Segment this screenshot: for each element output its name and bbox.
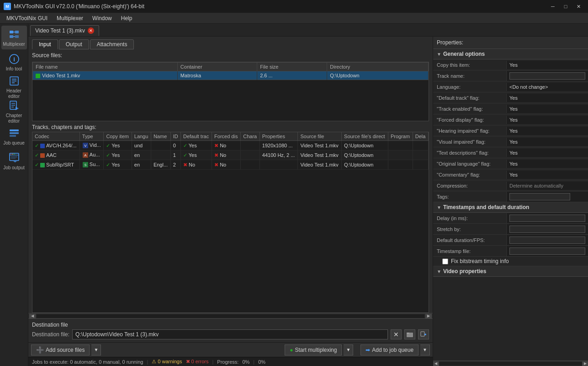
tab-attachments[interactable]: Attachments — [90, 39, 134, 49]
prop-hscroll-track[interactable] — [439, 362, 582, 366]
video-properties-arrow: ▼ — [437, 269, 441, 274]
close-button[interactable]: ✕ — [572, 2, 584, 11]
destination-section: Destination file Destination file: ✕ — [28, 318, 433, 342]
add-to-job-queue-button[interactable]: ➡ Add to job queue — [360, 344, 418, 355]
track-delay — [413, 141, 428, 151]
destination-input[interactable] — [72, 329, 388, 339]
menu-multiplexer[interactable]: Multiplexer — [52, 14, 88, 22]
general-options-header[interactable]: ▼ General options — [433, 49, 588, 59]
scroll-left-arrow[interactable]: ◀ — [29, 314, 36, 318]
track-forced: ✖ No — [212, 151, 241, 160]
track-source: Video Test 1.mkv — [298, 141, 342, 151]
destination-folder-button[interactable] — [404, 329, 415, 339]
track-name: Engl... — [151, 160, 170, 170]
col-copy: Copy item — [104, 132, 132, 141]
prop-forced-display-value: Yes — [506, 116, 588, 124]
svg-rect-35 — [407, 333, 409, 334]
properties-horizontal-scrollbar[interactable]: ◀ ▶ — [433, 361, 588, 366]
file-icon-green — [36, 74, 40, 78]
track-forced: ✖ No — [212, 141, 241, 151]
track-lang: en — [132, 160, 151, 170]
menu-window[interactable]: Window — [88, 14, 117, 22]
track-id: 2 — [170, 160, 180, 170]
track-row[interactable]: ✓ AAC AAu... ✓ Yes en 1 — [32, 151, 429, 160]
app-icon: M — [4, 3, 11, 10]
sidebar-label-jobqueue: Job queue — [3, 140, 25, 146]
col-delay: Dela — [413, 132, 428, 141]
prop-compression-label: Compression: — [433, 182, 506, 190]
maximize-button[interactable]: □ — [560, 2, 572, 11]
tracks-horizontal-scrollbar[interactable]: ◀ ▶ — [28, 313, 433, 318]
job-queue-dropdown[interactable]: ▼ — [420, 344, 430, 355]
track-default: ✓ Yes — [180, 141, 212, 151]
duration-input[interactable] — [509, 237, 585, 244]
prop-copy-item: Copy this item: Yes — [433, 59, 588, 70]
properties-scroll[interactable]: ▼ General options Copy this item: Yes Tr… — [433, 49, 588, 361]
progress-value: 0% — [242, 359, 249, 365]
track-source-dir: Q:\Uptodown — [342, 141, 388, 151]
bottom-toolbar: ➕ ➕ Add source files Add source files ▼ … — [28, 342, 433, 357]
sidebar-item-joboutput[interactable]: Job output — [1, 149, 27, 173]
add-source-button[interactable]: ➕ ➕ Add source files Add source files — [31, 344, 90, 355]
destination-row: Destination file: ✕ — [32, 329, 429, 339]
sidebar-item-jobqueue[interactable]: Job queue — [1, 124, 27, 148]
tracks-table-container[interactable]: Codec Type Copy item Langu Name ID Defau… — [32, 132, 429, 313]
start-dropdown[interactable]: ▼ — [344, 344, 353, 355]
tab-input[interactable]: Input — [32, 39, 58, 49]
tab-main[interactable]: Video Test 1 (3).mkv ✕ — [30, 25, 99, 36]
track-forced: ✖ No — [212, 160, 241, 170]
source-file-row[interactable]: Video Test 1.mkv Matroska 2.6 ... Q:\Upt… — [33, 71, 429, 80]
tab-close-button[interactable]: ✕ — [88, 27, 94, 34]
infotool-icon: i — [8, 53, 21, 65]
prop-tags-value — [506, 192, 588, 202]
destination-new-button[interactable] — [418, 329, 429, 339]
sidebar-item-multiplexer[interactable]: Multiplexer — [1, 26, 27, 49]
prop-stretch-value — [506, 224, 588, 234]
sidebar-item-chaptereditor[interactable]: Chapter editor — [1, 100, 27, 124]
col-filesize: File size — [257, 63, 327, 71]
sidebar-item-headereditor[interactable]: Header editor — [1, 75, 27, 99]
track-row[interactable]: ✓ SubRip/SRT SSu... ✓ Yes en Engl... — [32, 160, 429, 170]
chaptereditor-icon — [8, 99, 21, 112]
delay-input[interactable] — [509, 215, 585, 222]
prop-timestamp-file-label: Timestamp file: — [433, 247, 506, 255]
prop-stretch-label: Stretch by: — [433, 225, 506, 233]
track-copy: ✓ Yes — [104, 160, 132, 170]
track-row[interactable]: ✓ AVC/H.264/... VVid... ✓ Yes und — [32, 141, 429, 151]
source-file-container: Matroska — [177, 71, 257, 80]
track-default: ✖ No — [180, 160, 212, 170]
start-multiplexing-button[interactable]: ● Start multiplexing — [285, 344, 342, 355]
track-props: 44100 Hz, 2 ... — [260, 151, 298, 160]
svg-rect-3 — [15, 35, 19, 38]
timestamps-section-header[interactable]: ▼ Timestamps and default duration — [433, 202, 588, 213]
col-codec: Codec — [32, 132, 79, 141]
titlebar-controls: ─ □ ✕ — [547, 2, 584, 11]
tab-output[interactable]: Output — [59, 39, 89, 49]
track-type: AAu... — [79, 151, 104, 160]
minimize-button[interactable]: ─ — [547, 2, 559, 11]
prop-fix-bitstream: Fix bitstream timing info — [433, 257, 588, 266]
track-delay — [413, 151, 428, 160]
job-icon: ➡ — [366, 347, 370, 353]
timestamp-file-input[interactable] — [509, 248, 585, 255]
prop-timestamp-file: Timestamp file: — [433, 246, 588, 257]
stretch-input[interactable] — [509, 226, 585, 233]
add-source-dropdown[interactable]: ▼ — [91, 344, 101, 355]
fix-bitstream-checkbox[interactable] — [442, 258, 448, 264]
video-properties-header[interactable]: ▼ Video properties — [433, 266, 588, 277]
prop-hearing-impaired-label: "Hearing impaired" flag: — [433, 127, 506, 135]
scroll-track[interactable] — [37, 314, 424, 318]
track-name-input[interactable] — [509, 72, 585, 80]
menu-help[interactable]: Help — [117, 14, 137, 22]
track-delay — [413, 160, 428, 170]
scroll-right-arrow[interactable]: ▶ — [425, 314, 432, 318]
track-check-icon: ✓ — [35, 143, 39, 148]
prop-scroll-left[interactable]: ◀ — [433, 361, 439, 366]
prop-stretch: Stretch by: — [433, 224, 588, 235]
sidebar-item-infotool[interactable]: i Info tool — [1, 50, 27, 74]
prop-scroll-right[interactable]: ▶ — [582, 361, 588, 366]
tags-input[interactable] — [509, 193, 570, 200]
menu-mkvtoolnix[interactable]: MKVToolNix GUI — [2, 14, 52, 22]
track-program — [388, 141, 413, 151]
destination-clear-button[interactable]: ✕ — [391, 329, 402, 339]
